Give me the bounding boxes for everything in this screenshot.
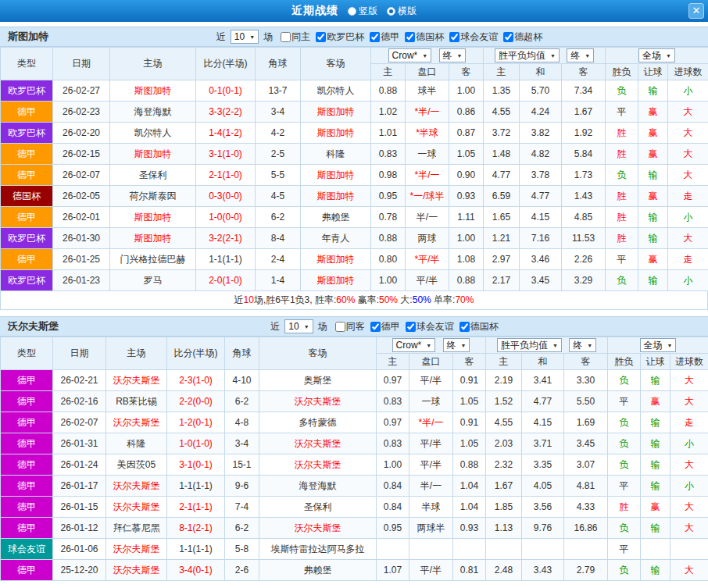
home-team: 沃尔夫斯堡: [106, 560, 167, 581]
match-date: 26-01-31: [53, 433, 106, 454]
checkbox-input[interactable]: [449, 32, 459, 42]
league-type-badge: 德甲: [1, 165, 53, 186]
near-count-select[interactable]: 10▼: [231, 30, 259, 44]
match-row: 德甲26-02-15斯图加特3-1(1-0)2-5科隆0.83一球1.051.4…: [1, 144, 708, 165]
bookmaker-final-select[interactable]: 终▼: [443, 338, 470, 352]
match-date: 26-02-05: [53, 186, 110, 207]
filter-checkbox-德甲[interactable]: 德甲: [367, 320, 400, 333]
match-date: 26-01-06: [53, 539, 106, 560]
checkbox-input[interactable]: [335, 322, 345, 332]
asian-odds-away: 1.04: [453, 497, 486, 518]
summary-segment: 胜率:: [315, 294, 336, 305]
filter-checkbox-球会友谊[interactable]: 球会友谊: [445, 30, 498, 44]
asian-handicap: 两球: [406, 228, 449, 249]
record-summary: 近10场,胜6平1负3, 胜率:60% 赢率:50% 大:50% 单率:70%: [0, 291, 708, 310]
euro-odds-home: 2.32: [486, 454, 522, 476]
asian-odds-home: [377, 539, 409, 560]
asian-odds-home: 0.78: [371, 207, 406, 228]
filter-checkbox-欧罗巴杯[interactable]: 欧罗巴杯: [312, 30, 364, 44]
match-row: 德甲26-01-12拜仁慕尼黑8-1(2-1)6-2沃尔夫斯堡0.95两球半0.…: [1, 518, 708, 539]
asian-handicap: 半球: [409, 497, 453, 518]
result-wdl: 负: [606, 270, 638, 291]
filter-checkbox-德国杯[interactable]: 德国杯: [401, 30, 444, 44]
filter-checkbox-同主[interactable]: 同主: [277, 30, 310, 44]
asian-odds-away: 0.90: [449, 165, 484, 186]
euro-odds-home: 1.52: [486, 391, 522, 412]
chevron-down-icon: ▼: [550, 53, 556, 59]
euro-odds-draw: 3.43: [522, 560, 564, 581]
match-date: 26-02-20: [53, 123, 110, 144]
scope-select[interactable]: 全场▼: [640, 338, 677, 352]
col-type: 类型: [1, 48, 53, 80]
near-label: 近: [270, 320, 280, 333]
odds-mean-select[interactable]: 胜平负均值▼: [497, 338, 562, 352]
euro-odds-draw: 4.15: [520, 207, 562, 228]
score: 2-2(0-0): [167, 391, 225, 412]
col-home: 主场: [110, 48, 196, 80]
euro-odds-home: 1.48: [484, 144, 520, 165]
league-type-badge: 德甲: [1, 249, 53, 270]
score: 3-1(1-0): [196, 144, 256, 165]
result-goals: 小: [668, 270, 708, 291]
corner-score: 4-5: [256, 186, 301, 207]
corner-score: 7-4: [225, 497, 259, 518]
col-score: 比分(半场): [196, 48, 256, 80]
asian-odds-away: 1.00: [449, 228, 484, 249]
bookmaker-select[interactable]: Crow*▼: [388, 48, 432, 62]
checkbox-input[interactable]: [405, 32, 415, 42]
checkbox-input[interactable]: [459, 322, 470, 332]
layout-mode-horizontal[interactable]: 横版: [387, 5, 417, 18]
result-wdl: 负: [606, 165, 638, 186]
chevron-down-icon: ▼: [667, 343, 673, 348]
checkbox-input[interactable]: [370, 322, 381, 332]
filter-checkbox-同客[interactable]: 同客: [331, 320, 365, 333]
bookmaker-select[interactable]: Crow*▼: [392, 338, 436, 352]
home-team: 斯图加特: [110, 207, 196, 228]
odds-mean-select[interactable]: 胜平负均值▼: [495, 48, 560, 62]
asian-handicap: *半/一: [406, 102, 449, 123]
euro-odds-group-header: 胜平负均值▼ 终▼: [486, 337, 608, 354]
bookmaker-final-select[interactable]: 终▼: [439, 48, 467, 62]
asian-odds-home: 0.84: [377, 497, 409, 518]
result-handicap: [641, 539, 670, 560]
asian-odds-home: 1.02: [371, 102, 406, 123]
away-team: 斯图加特: [301, 270, 371, 291]
mean-final-select[interactable]: 终▼: [569, 338, 596, 352]
filter-checkbox-德国杯[interactable]: 德国杯: [456, 320, 499, 333]
col-asian-handicap: 盘口: [406, 64, 449, 80]
asian-odds-away: 0.91: [453, 370, 486, 391]
home-team: 斯图加特: [110, 228, 196, 249]
result-goals: [670, 539, 708, 560]
result-goals: 小: [670, 476, 708, 497]
league-type-badge: 欧罗巴杯: [1, 123, 53, 144]
result-group-header: 全场▼: [608, 337, 708, 354]
league-type-badge: 德甲: [1, 518, 53, 539]
score: 1-0(0-0): [196, 207, 256, 228]
match-date: 26-02-07: [53, 412, 106, 433]
col-result-goals: 进球数: [670, 354, 708, 370]
euro-odds-away: 4.81: [564, 476, 608, 497]
checkbox-input[interactable]: [316, 32, 326, 42]
euro-odds-draw: 4.15: [522, 412, 564, 433]
checkbox-input[interactable]: [406, 322, 416, 332]
filter-checkbox-球会友谊[interactable]: 球会友谊: [402, 320, 454, 333]
result-handicap: 输: [641, 412, 670, 433]
col-result-handicap: 让球: [641, 354, 670, 370]
filter-checkbox-德超杯[interactable]: 德超杯: [499, 30, 542, 44]
score: 8-1(2-1): [167, 518, 225, 539]
mean-final-select[interactable]: 终▼: [567, 48, 594, 62]
scope-select[interactable]: 全场▼: [638, 48, 675, 62]
filter-checkbox-德甲[interactable]: 德甲: [366, 30, 399, 44]
match-row: 欧罗巴杯26-02-20凯尔特人1-4(1-2)4-2斯图加特1.01*半球0.…: [1, 123, 708, 144]
close-button[interactable]: ✕: [688, 3, 704, 19]
result-goals: 大: [670, 560, 708, 581]
home-team: 海登海默: [110, 102, 196, 123]
near-count-select[interactable]: 10▼: [284, 319, 313, 333]
score: 3-1(0-1): [167, 454, 225, 476]
layout-mode-vertical[interactable]: 竖版: [348, 5, 377, 18]
checkbox-input[interactable]: [281, 32, 291, 42]
checkbox-input[interactable]: [370, 32, 380, 42]
match-date: 26-02-23: [53, 102, 110, 123]
checkbox-input[interactable]: [503, 32, 513, 42]
col-result-wdl: 胜负: [608, 354, 641, 370]
